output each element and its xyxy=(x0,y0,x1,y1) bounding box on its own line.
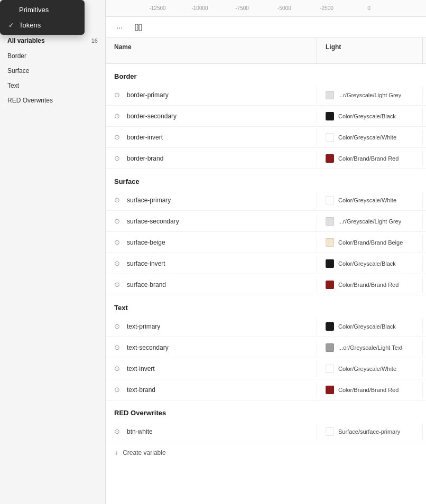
sidebar-header: All variables 16 xyxy=(0,33,105,49)
color-label: ...r/Greyscale/Light Grey xyxy=(338,218,401,225)
dropdown-tokens-label: Tokens xyxy=(19,21,41,29)
color-label: Color/Greyscale/Black xyxy=(338,260,396,267)
ruler-num-2: -10000 xyxy=(179,5,221,11)
create-variable-button[interactable]: + Create variable xyxy=(106,442,426,463)
light-cell[interactable]: Color/Greyscale/White xyxy=(317,129,423,146)
var-icon: ⊙ xyxy=(114,91,123,99)
name-cell: ⊙ text-invert xyxy=(106,360,317,377)
var-name: border-invert xyxy=(127,134,163,141)
light-cell[interactable]: Color/Greyscale/Black xyxy=(317,255,423,272)
color-label: Color/Greyscale/White xyxy=(338,197,396,203)
color-label: Color/Brand/Brand Red xyxy=(338,155,399,162)
red-cell[interactable]: Color/Brand/Brand Red xyxy=(423,276,426,293)
light-cell[interactable]: ...r/Greyscale/Light Grey xyxy=(317,87,423,104)
sidebar-item-text[interactable]: Text xyxy=(0,78,105,93)
table-row: ⊙ surface-brand Color/Brand/Brand Red Co… xyxy=(106,274,426,295)
color-swatch xyxy=(326,427,334,436)
name-cell: ⊙ surface-invert xyxy=(106,255,317,272)
var-name: surface-brand xyxy=(127,281,166,288)
section-border-header: Border xyxy=(106,64,426,85)
dropdown-primitives-label: Primitives xyxy=(19,6,49,14)
section-surface-header: Surface xyxy=(106,169,426,190)
light-cell[interactable]: Color/Greyscale/White xyxy=(317,192,423,209)
table-row: ⊙ border-invert Color/Greyscale/White Co… xyxy=(106,127,426,148)
variables-count: 16 xyxy=(91,38,98,44)
name-cell: ⊙ border-brand xyxy=(106,150,317,167)
light-cell[interactable]: Color/Brand/Brand Red xyxy=(317,381,423,398)
create-variable-label: Create variable xyxy=(123,449,165,456)
red-cell[interactable]: Color/Brand/Brand Red xyxy=(423,255,426,272)
red-cell[interactable]: Color/Brand/Brand Red xyxy=(423,150,426,167)
sidebar-item-border[interactable]: Border xyxy=(0,49,105,63)
var-icon: ⊙ xyxy=(114,427,123,436)
color-label: ...or/Greyscale/Light Text xyxy=(338,344,402,351)
var-name: border-primary xyxy=(127,91,169,99)
color-label: ...r/Greyscale/Light Grey xyxy=(338,92,401,98)
light-cell[interactable]: Color/Greyscale/Black xyxy=(317,318,423,335)
light-cell[interactable]: Color/Brand/Brand Beige xyxy=(317,234,423,251)
light-cell[interactable]: ...r/Greyscale/Light Grey xyxy=(317,213,423,230)
red-cell[interactable]: Color/Brand/Brand Red xyxy=(423,108,426,125)
name-cell: ⊙ surface-secondary xyxy=(106,213,317,230)
red-cell[interactable]: Color/Greyscale/White xyxy=(423,192,426,209)
red-cell[interactable]: Color/Greyscale/White xyxy=(423,360,426,377)
table-row: ⊙ surface-invert Color/Greyscale/Black C… xyxy=(106,253,426,274)
sidebar-item-surface[interactable]: Surface xyxy=(0,63,105,78)
light-cell[interactable]: ...or/Greyscale/Light Text xyxy=(317,339,423,356)
red-cell[interactable]: ...r/Greyscale/Light Grey xyxy=(423,213,426,230)
ruler-num-1: -12500 xyxy=(136,5,179,11)
color-swatch xyxy=(326,281,334,289)
red-cell[interactable]: Color/Brand/Brand Red xyxy=(423,381,426,398)
var-name: surface-beige xyxy=(127,239,165,246)
light-cell[interactable]: Surface/surface-primary xyxy=(317,423,423,440)
red-cell[interactable]: Color/Brand/Brand Red xyxy=(423,339,426,356)
ruler-num-6: 0 xyxy=(348,5,390,11)
name-cell: ⊙ border-primary xyxy=(106,87,317,104)
color-label: Color/Greyscale/White xyxy=(338,366,396,372)
red-cell[interactable]: Color/Greyscale/White xyxy=(423,129,426,146)
light-cell[interactable]: Color/Greyscale/White xyxy=(317,360,423,377)
table-row: ⊙ border-primary ...r/Greyscale/Light Gr… xyxy=(106,85,426,106)
red-cell[interactable]: Color/Brand/Brand Red xyxy=(423,234,426,251)
ruler-num-3: -7500 xyxy=(221,5,263,11)
ruler: -12500 -10000 -7500 -5000 -2500 0 xyxy=(106,0,426,17)
col-header-name: Name xyxy=(106,38,317,63)
color-label: Color/Greyscale/Black xyxy=(338,323,396,330)
layout-toggle-button[interactable] xyxy=(131,20,146,35)
table-row: ⊙ text-secondary ...or/Greyscale/Light T… xyxy=(106,337,426,358)
layout-icon xyxy=(134,23,143,32)
color-swatch xyxy=(326,386,334,394)
var-name: text-invert xyxy=(127,365,155,372)
table-row: ⊙ surface-primary Color/Greyscale/White … xyxy=(106,190,426,211)
var-name: btn-white xyxy=(127,428,153,435)
var-name: surface-secondary xyxy=(127,218,179,225)
svg-rect-1 xyxy=(139,24,142,31)
light-cell[interactable]: Color/Greyscale/Black xyxy=(317,108,423,125)
color-label: Color/Greyscale/Black xyxy=(338,113,396,119)
light-cell[interactable]: Color/Brand/Brand Red xyxy=(317,150,423,167)
var-icon: ⊙ xyxy=(114,196,123,204)
var-name: text-primary xyxy=(127,323,160,330)
dropdown-menu[interactable]: Primitives ✓ Tokens xyxy=(0,0,85,35)
sidebar-item-red-overwrites[interactable]: RED Overwrites xyxy=(0,93,105,108)
var-icon: ⊙ xyxy=(114,343,123,352)
color-label: Color/Brand/Brand Red xyxy=(338,387,399,393)
dropdown-item-tokens[interactable]: ✓ Tokens xyxy=(0,17,85,33)
var-name: text-brand xyxy=(127,386,155,394)
red-cell[interactable]: Color/Brand/Brand Red xyxy=(423,423,426,440)
check-icon-active: ✓ xyxy=(7,22,15,29)
table-row: ⊙ text-brand Color/Brand/Brand Red Color… xyxy=(106,379,426,400)
light-cell[interactable]: Color/Brand/Brand Red xyxy=(317,276,423,293)
red-cell[interactable]: Color/Brand/Brand Red xyxy=(423,318,426,335)
color-swatch xyxy=(326,133,334,142)
svg-rect-0 xyxy=(135,24,138,31)
var-name: border-brand xyxy=(127,155,163,162)
more-options-button[interactable]: ··· xyxy=(112,20,127,35)
var-icon: ⊙ xyxy=(114,259,123,268)
dropdown-item-primitives[interactable]: Primitives xyxy=(0,2,85,17)
section-red-overwrites-header: RED Overwrites xyxy=(106,400,426,421)
var-icon: ⊙ xyxy=(114,322,123,331)
color-swatch xyxy=(326,238,334,247)
red-cell[interactable]: Color/Brand/Brand Red xyxy=(423,87,426,104)
name-cell: ⊙ text-secondary xyxy=(106,339,317,356)
